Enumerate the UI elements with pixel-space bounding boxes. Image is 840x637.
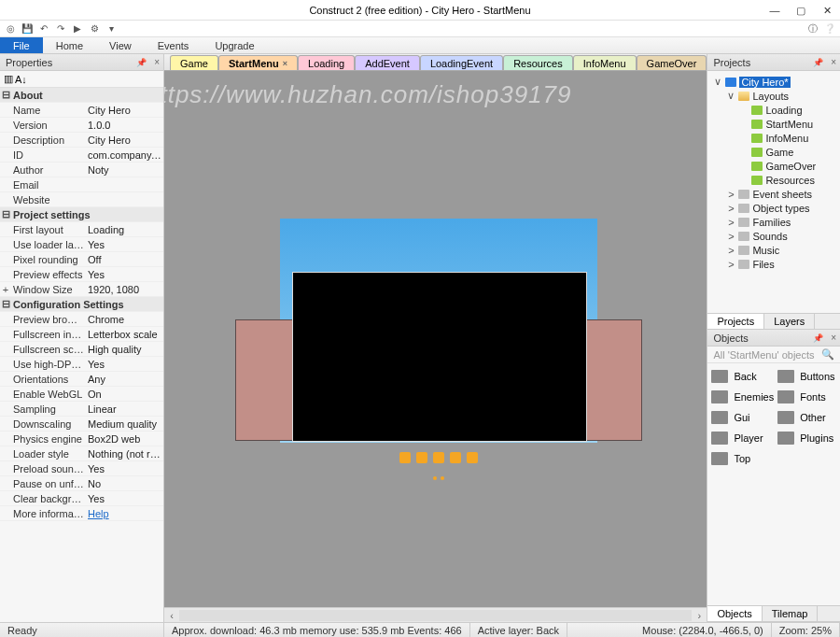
prop-row[interactable]: DescriptionCity Hero <box>0 133 163 148</box>
prop-row[interactable]: Use high-DPI …Yes <box>0 357 163 372</box>
redo-icon[interactable]: ↷ <box>54 22 67 35</box>
tree-item-infomenu[interactable]: InfoMenu <box>709 131 838 145</box>
prop-row[interactable]: First layoutLoading <box>0 222 163 237</box>
tree-item-startmenu[interactable]: StartMenu <box>709 117 838 131</box>
object-top[interactable]: Top <box>711 449 774 468</box>
menu-view[interactable]: View <box>96 37 145 53</box>
object-plugins[interactable]: Plugins <box>777 429 836 447</box>
prop-row[interactable]: Preview effectsYes <box>0 267 163 282</box>
close-tab-icon[interactable]: × <box>283 59 287 68</box>
prop-row[interactable]: Loader styleNothing (not reco… <box>0 446 163 461</box>
tab-addevent[interactable]: AddEvent <box>355 55 420 70</box>
prop-row[interactable]: DownscalingMedium quality <box>0 417 163 432</box>
tab-game[interactable]: Game <box>170 55 218 70</box>
tree-toggle-icon[interactable]: > <box>726 245 735 256</box>
prop-section[interactable]: ⊟Project settings <box>0 207 163 222</box>
tab-gameover[interactable]: GameOver <box>637 55 707 70</box>
help-icon[interactable]: ⓘ <box>806 22 819 35</box>
object-enemies[interactable]: Enemies <box>711 388 774 406</box>
tree-item-resources[interactable]: Resources <box>709 173 838 187</box>
prop-row[interactable]: Preload soundsYes <box>0 461 163 476</box>
layout-view[interactable] <box>280 219 597 443</box>
tree-item-game[interactable]: Game <box>709 145 838 159</box>
tab-loading[interactable]: Loading <box>298 55 355 70</box>
prop-row[interactable]: Fullscreen in b…Letterbox scale <box>0 327 163 342</box>
maximize-button[interactable]: ▢ <box>788 0 814 21</box>
tree-item-families[interactable]: >Families <box>709 215 838 229</box>
prop-row[interactable]: Email <box>0 177 163 192</box>
layout-canvas[interactable]: https://www.huzhan.com/ishop39179 <box>164 71 707 607</box>
tree-item-music[interactable]: >Music <box>709 243 838 257</box>
prop-row[interactable]: Use loader lay…Yes <box>0 237 163 252</box>
prop-row[interactable]: Preview browserChrome <box>0 312 163 327</box>
tree-toggle-icon[interactable]: ∨ <box>726 90 735 102</box>
info-icon[interactable]: ❔ <box>823 22 836 35</box>
object-other[interactable]: Other <box>777 408 836 427</box>
tree-toggle-icon[interactable]: ∨ <box>713 76 722 88</box>
object-player[interactable]: Player <box>711 429 774 447</box>
scroll-left-icon[interactable]: ‹ <box>164 610 179 621</box>
object-fonts[interactable]: Fonts <box>777 388 836 406</box>
tree-toggle-icon[interactable]: > <box>726 203 735 214</box>
prop-row[interactable]: Pixel roundingOff <box>0 252 163 267</box>
scroll-track[interactable] <box>179 610 692 621</box>
prop-row[interactable]: Enable WebGLOn <box>0 387 163 402</box>
prop-row[interactable]: IDcom.company.city… <box>0 148 163 163</box>
close-panel-icon[interactable]: × <box>154 57 160 67</box>
side-tab-objects[interactable]: Objects <box>707 606 762 621</box>
close-panel-icon[interactable]: × <box>831 57 836 67</box>
tree-item-loading[interactable]: Loading <box>709 103 838 117</box>
side-tab-tilemap[interactable]: Tilemap <box>763 606 819 621</box>
pin-icon[interactable]: 📌 <box>136 58 147 67</box>
prop-section[interactable]: ⊟Configuration Settings <box>0 297 163 312</box>
sort-icon[interactable]: A↓ <box>15 74 27 85</box>
tab-infomenu[interactable]: InfoMenu <box>573 55 637 70</box>
object-gui[interactable]: Gui <box>711 408 774 427</box>
object-buttons[interactable]: Buttons <box>777 367 836 386</box>
tree-item-object-types[interactable]: >Object types <box>709 201 838 215</box>
tab-loadingevent[interactable]: LoadingEvent <box>420 55 503 70</box>
menu-events[interactable]: Events <box>145 37 203 53</box>
tree-toggle-icon[interactable]: > <box>726 231 735 242</box>
tree-item-city-hero-[interactable]: ∨City Hero* <box>709 75 838 89</box>
run-icon[interactable]: ▶ <box>71 22 84 35</box>
tree-item-sounds[interactable]: >Sounds <box>709 229 838 243</box>
horizontal-scrollbar[interactable]: ‹ › <box>164 607 707 622</box>
prop-row[interactable]: AuthorNoty <box>0 163 163 177</box>
side-tab-projects[interactable]: Projects <box>707 314 764 329</box>
close-panel-icon[interactable]: × <box>831 333 836 343</box>
menu-home[interactable]: Home <box>43 37 96 53</box>
tree-toggle-icon[interactable]: > <box>726 259 735 270</box>
prop-row[interactable]: SamplingLinear <box>0 402 163 417</box>
side-tab-layers[interactable]: Layers <box>764 314 815 329</box>
tree-toggle-icon[interactable]: > <box>726 217 735 228</box>
prop-row[interactable]: Website <box>0 192 163 207</box>
tab-startmenu[interactable]: StartMenu× <box>218 55 298 70</box>
tree-toggle-icon[interactable]: > <box>726 189 735 200</box>
debug-icon[interactable]: ⚙ <box>88 22 101 35</box>
save-icon[interactable]: 💾 <box>21 22 34 35</box>
project-tree[interactable]: ∨City Hero*∨LayoutsLoadingStartMenuInfoM… <box>707 71 840 313</box>
prop-row[interactable]: More informationHelp <box>0 506 163 521</box>
prop-row[interactable]: Pause on unfo…No <box>0 476 163 491</box>
tree-item-files[interactable]: >Files <box>709 257 838 271</box>
object-back[interactable]: Back <box>711 367 774 386</box>
prop-section[interactable]: ⊟About <box>0 88 163 103</box>
pin-icon[interactable]: 📌 <box>813 58 823 67</box>
tree-item-gameover[interactable]: GameOver <box>709 159 838 173</box>
menu-file[interactable]: File <box>0 37 43 53</box>
prop-row[interactable]: +Window Size1920, 1080 <box>0 282 163 297</box>
prop-row[interactable]: NameCity Hero <box>0 103 163 118</box>
prop-row[interactable]: OrientationsAny <box>0 372 163 387</box>
prop-row[interactable]: Fullscreen scali…High quality <box>0 342 163 357</box>
search-icon[interactable]: 🔍 <box>821 348 834 361</box>
prop-row[interactable]: Version1.0.0 <box>0 118 163 133</box>
prop-row[interactable]: Physics engineBox2D web <box>0 432 163 446</box>
tree-item-event-sheets[interactable]: >Event sheets <box>709 187 838 201</box>
tree-item-layouts[interactable]: ∨Layouts <box>709 89 838 103</box>
undo-icon[interactable]: ↶ <box>37 22 50 35</box>
tab-resources[interactable]: Resources <box>503 55 573 70</box>
categorize-icon[interactable]: ▥ <box>4 73 13 85</box>
dropdown-icon[interactable]: ▾ <box>105 22 118 35</box>
objects-filter[interactable]: All 'StartMenu' objects 🔍 <box>707 347 840 363</box>
